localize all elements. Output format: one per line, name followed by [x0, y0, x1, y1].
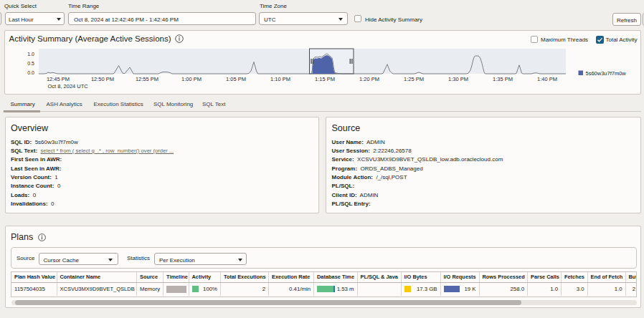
- svg-text:1:15 PM: 1:15 PM: [315, 76, 335, 82]
- svg-text:1.0: 1.0: [27, 52, 34, 57]
- svg-text:1:10 PM: 1:10 PM: [270, 76, 290, 82]
- svg-text:1:40 PM: 1:40 PM: [537, 76, 557, 82]
- svg-text:0.0: 0.0: [27, 70, 34, 75]
- svg-text:12:55 PM: 12:55 PM: [136, 76, 158, 82]
- svg-text:1:35 PM: 1:35 PM: [493, 76, 513, 82]
- svg-text:1:25 PM: 1:25 PM: [404, 76, 424, 82]
- svg-text:1:00 PM: 1:00 PM: [181, 76, 202, 82]
- svg-text:Oct 8, 2024 UTC: Oct 8, 2024 UTC: [48, 83, 89, 90]
- svg-text:0.5: 0.5: [27, 61, 34, 66]
- svg-text:5s60w3u7f7m0w: 5s60w3u7f7m0w: [586, 70, 627, 77]
- svg-text:12:50 PM: 12:50 PM: [91, 76, 114, 82]
- svg-text:1:20 PM: 1:20 PM: [359, 76, 379, 82]
- svg-text:1:30 PM: 1:30 PM: [448, 76, 468, 82]
- svg-text:1:05 PM: 1:05 PM: [226, 76, 246, 82]
- svg-text:12:45 PM: 12:45 PM: [47, 76, 70, 82]
